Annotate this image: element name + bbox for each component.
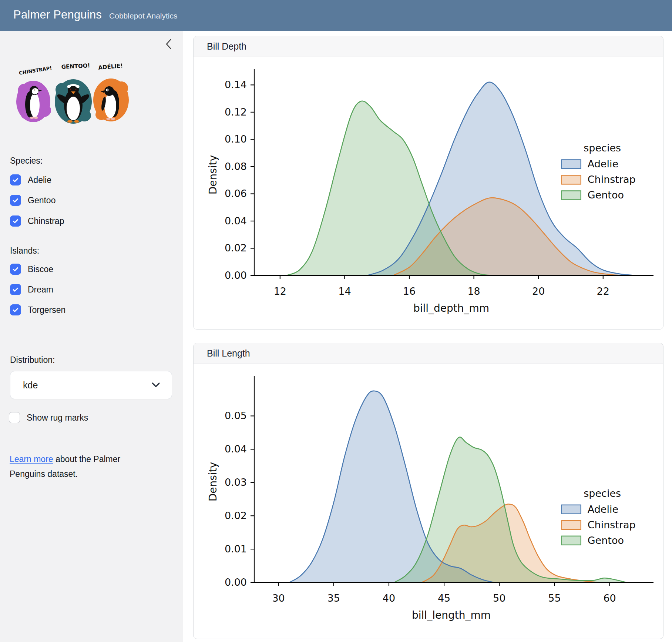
app-title: Palmer Penguins [13,8,102,21]
svg-text:30: 30 [272,592,285,604]
card-title: Bill Depth [207,41,246,52]
svg-text:0.01: 0.01 [225,543,247,555]
bill-depth-chart: 1214161820220.000.020.040.060.080.100.12… [199,64,658,323]
svg-text:35: 35 [327,592,340,604]
svg-text:0.00: 0.00 [225,576,247,588]
svg-text:GENTOO!: GENTOO! [61,62,90,70]
bill-length-card: Bill Length 303540455055600.000.010.020.… [193,343,663,639]
svg-text:ADÉLIE!: ADÉLIE! [98,62,123,71]
svg-text:45: 45 [438,592,450,604]
checkbox-dream[interactable]: Dream [10,284,53,295]
bill-length-card-header: Bill Length [194,343,663,364]
checkbox-label: Dream [28,285,53,295]
learn-more-link[interactable]: Learn more [10,454,53,464]
svg-text:20: 20 [532,285,545,297]
checkbox-adelie[interactable]: Adelie [10,174,51,185]
checkbox-icon [9,412,20,423]
svg-text:0.06: 0.06 [225,188,247,199]
svg-text:bill_length_mm: bill_length_mm [412,609,491,621]
svg-text:50: 50 [493,592,505,604]
svg-text:Density: Density [207,155,219,194]
checkbox-icon [10,195,21,206]
svg-text:Chinstrap: Chinstrap [588,519,636,531]
adelie-artwork: ADÉLIE! [93,62,129,121]
chevron-down-icon [151,382,161,388]
svg-text:0.03: 0.03 [225,477,247,488]
svg-text:18: 18 [467,285,480,297]
checkbox-icon [10,284,21,295]
svg-text:Adelie: Adelie [588,158,618,170]
learn-more-text: Learn more about the Palmer Penguins dat… [10,452,147,481]
checkbox-icon [10,174,21,185]
svg-text:0.00: 0.00 [225,270,247,281]
bill-length-chart: 303540455055600.000.010.020.030.040.05bi… [199,371,658,630]
svg-text:14: 14 [338,285,351,297]
svg-text:Gentoo: Gentoo [588,535,624,546]
checkbox-label: Torgersen [28,305,65,315]
svg-text:0.12: 0.12 [225,106,247,118]
svg-text:0.05: 0.05 [225,410,247,421]
checkbox-gentoo[interactable]: Gentoo [10,195,56,206]
svg-text:40: 40 [383,592,395,604]
distribution-label: Distribution: [10,355,55,365]
svg-text:CHINSTRAP!: CHINSTRAP! [19,65,52,76]
main-content: Bill Depth 1214161820220.000.020.040.060… [184,31,672,642]
checkbox-icon [10,304,21,315]
checkbox-label: Gentoo [28,195,56,205]
checkbox-biscoe[interactable]: Biscoe [10,264,53,275]
checkbox-label: Show rug marks [27,413,88,423]
svg-text:species: species [584,142,621,154]
sidebar-collapse-button[interactable] [164,38,175,50]
chinstrap-artwork: CHINSTRAP! [16,65,52,122]
checkbox-show-rug-marks[interactable]: Show rug marks [9,412,88,423]
svg-text:22: 22 [597,285,609,297]
svg-text:Adelie: Adelie [588,504,618,515]
bill-depth-card-header: Bill Depth [194,36,663,57]
bill-depth-card-body: 1214161820220.000.020.040.060.080.100.12… [194,64,663,324]
checkbox-chinstrap[interactable]: Chinstrap [10,215,64,227]
checkbox-label: Biscoe [28,264,53,274]
svg-text:0.04: 0.04 [225,215,247,227]
svg-text:55: 55 [548,592,561,604]
svg-text:species: species [584,488,621,499]
svg-text:Density: Density [207,462,219,501]
islands-section-label: Islands: [10,246,39,256]
svg-text:bill_depth_mm: bill_depth_mm [413,302,489,314]
penguins-artwork-image: CHINSTRAP! GENTOO! [10,54,138,132]
checkbox-label: Adelie [28,175,51,185]
svg-text:60: 60 [603,592,616,604]
svg-text:0.08: 0.08 [225,161,247,172]
bill-length-card-body: 303540455055600.000.010.020.030.040.05bi… [194,371,663,631]
svg-text:0.02: 0.02 [225,242,247,254]
distribution-selected-value: kde [23,380,38,391]
gentoo-artwork: GENTOO! [55,62,92,124]
svg-text:0.04: 0.04 [225,443,247,455]
species-section-label: Species: [10,156,43,166]
sidebar: CHINSTRAP! GENTOO! [0,31,183,642]
svg-text:0.14: 0.14 [225,79,247,90]
checkbox-label: Chinstrap [28,216,64,226]
svg-text:Chinstrap: Chinstrap [588,174,636,185]
svg-text:12: 12 [274,285,286,297]
bill-depth-card: Bill Depth 1214161820220.000.020.040.060… [193,36,663,330]
card-title: Bill Length [207,348,250,359]
checkbox-icon [10,264,21,275]
distribution-select[interactable]: kde [10,371,172,399]
chevron-left-icon [164,38,175,50]
svg-text:16: 16 [403,285,416,297]
svg-text:0.10: 0.10 [225,133,247,145]
app-subtitle: Cobblepot Analytics [109,11,177,20]
svg-text:0.02: 0.02 [225,510,247,521]
app-header: Palmer Penguins Cobblepot Analytics [0,0,672,31]
checkbox-icon [10,215,21,227]
checkbox-torgersen[interactable]: Torgersen [10,304,65,315]
svg-text:Gentoo: Gentoo [588,189,624,201]
